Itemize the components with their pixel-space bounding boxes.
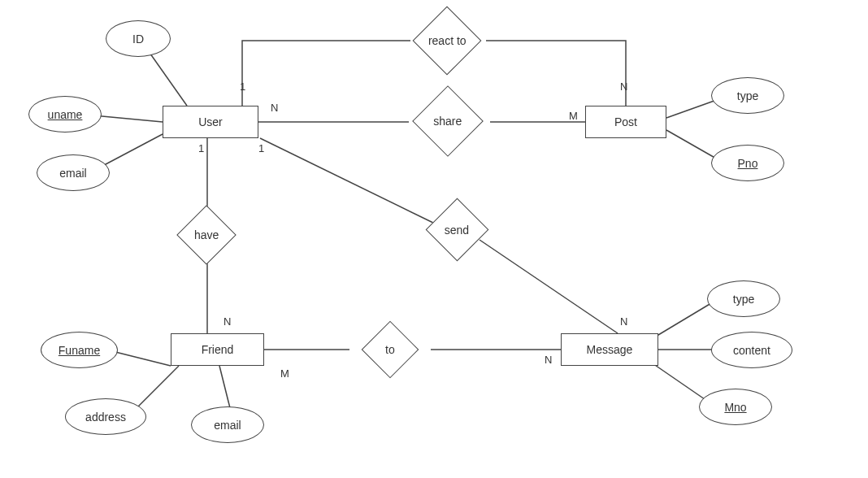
attr-user-email-label: email [59,167,86,180]
entity-message-label: Message [587,343,633,356]
card-share-user: N [271,102,278,114]
card-share-post: M [569,110,578,122]
attr-user-uname-label: uname [48,108,83,121]
card-react-user: 1 [240,80,245,93]
card-have-user: 1 [198,142,204,154]
attr-user-id: ID [106,20,171,57]
svg-line-9 [260,138,435,224]
attr-msg-mno-label: Mno [724,401,746,414]
card-react-post: N [620,80,627,93]
entity-message: Message [561,333,658,366]
svg-line-1 [93,115,163,122]
entity-user: User [163,106,258,138]
rel-share-label: share [433,115,462,128]
entity-post-label: Post [614,115,637,128]
entity-friend-label: Friend [202,343,234,356]
rel-send-label: send [445,223,469,236]
attr-friend-address: address [65,398,146,435]
attr-friend-funame: Funame [41,332,118,368]
attr-friend-email-label: email [214,419,241,432]
attr-msg-type: type [707,280,780,317]
attr-post-pno: Pno [711,145,784,181]
card-send-user: 1 [258,142,264,154]
svg-line-16 [650,301,715,340]
attr-msg-type-label: type [733,293,754,306]
attr-post-pno-label: Pno [738,157,758,170]
rel-react-to-label: react to [428,34,467,47]
attr-friend-address-label: address [85,411,126,424]
card-send-msg: N [620,315,627,328]
card-have-friend: N [224,315,231,328]
entity-post: Post [585,106,666,138]
attr-friend-funame-label: Funame [59,344,100,357]
rel-to-label: to [385,343,395,356]
attr-user-email: email [37,154,110,191]
entity-friend: Friend [171,333,264,366]
card-to-friend: M [280,367,289,380]
attr-user-id-label: ID [132,33,144,46]
card-to-msg: N [545,354,552,366]
attr-post-type: type [711,77,784,114]
svg-line-10 [480,240,618,333]
attr-msg-mno: Mno [699,389,772,425]
attr-friend-email: email [191,406,264,443]
attr-msg-content: content [711,332,792,368]
entity-user-label: User [198,115,223,128]
rel-have-label: have [194,228,219,241]
attr-user-uname: uname [28,96,102,133]
attr-msg-content-label: content [733,344,770,357]
attr-post-type-label: type [737,89,758,102]
